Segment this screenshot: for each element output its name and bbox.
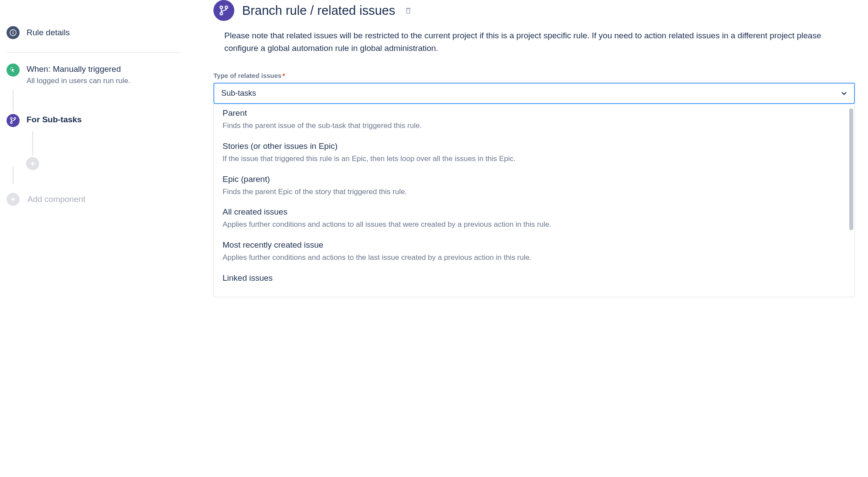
chevron-down-icon	[841, 91, 847, 96]
option-stories[interactable]: Stories (or other issues in Epic) If the…	[214, 136, 854, 169]
rule-details-title: Rule details	[27, 28, 70, 37]
main-panel: Branch rule / related issues Please note…	[187, 0, 868, 306]
option-all-created[interactable]: All created issues Applies further condi…	[214, 202, 854, 235]
info-icon	[7, 26, 20, 39]
svg-line-3	[11, 67, 12, 68]
add-component[interactable]: Add component	[7, 193, 181, 206]
rule-step-trigger[interactable]: When: Manually triggered All logged in u…	[7, 64, 181, 85]
svg-line-4	[10, 68, 11, 69]
main-header: Branch rule / related issues	[213, 0, 855, 21]
selected-value: Sub-tasks	[221, 89, 256, 98]
svg-line-5	[13, 67, 13, 68]
sidebar: Rule details When: Manually triggered Al…	[0, 0, 187, 306]
svg-point-1	[13, 31, 14, 32]
svg-point-14	[220, 6, 223, 9]
cursor-click-icon	[7, 64, 20, 77]
svg-point-8	[10, 122, 12, 124]
trigger-subtitle: All logged in users can run rule.	[27, 77, 181, 85]
required-indicator: *	[282, 72, 285, 79]
add-component-label: Add component	[27, 195, 85, 204]
connector-line	[32, 131, 33, 155]
field-label: Type of related issues*	[213, 72, 855, 79]
connector-line	[13, 90, 14, 111]
svg-point-7	[10, 118, 12, 119]
rule-step-branch[interactable]: For Sub-tasks	[7, 114, 181, 127]
option-epic-parent[interactable]: Epic (parent) Finds the parent Epic of t…	[214, 169, 854, 202]
branch-icon	[213, 0, 234, 21]
note-text: Please note that related issues will be …	[213, 30, 855, 54]
plus-icon	[26, 157, 39, 170]
scrollbar[interactable]	[849, 108, 853, 230]
svg-rect-2	[13, 32, 14, 34]
branch-icon	[7, 114, 20, 127]
option-parent[interactable]: Parent Finds the parent issue of the sub…	[214, 108, 854, 136]
svg-point-15	[220, 12, 223, 15]
page-title: Branch rule / related issues	[242, 3, 395, 18]
connector-line	[13, 167, 14, 184]
svg-line-6	[10, 70, 11, 70]
branch-title: For Sub-tasks	[27, 115, 181, 124]
option-most-recent[interactable]: Most recently created issue Applies furt…	[214, 235, 854, 268]
trigger-title: When: Manually triggered	[27, 64, 181, 74]
plus-icon	[7, 193, 20, 206]
svg-point-16	[225, 6, 228, 9]
field-group: Type of related issues* Sub-tasks Parent…	[213, 72, 855, 297]
type-select[interactable]: Sub-tasks	[213, 83, 855, 104]
rule-details-header[interactable]: Rule details	[7, 26, 181, 53]
add-sub-component[interactable]	[26, 157, 181, 170]
trash-icon[interactable]	[405, 7, 412, 14]
svg-point-9	[14, 118, 16, 119]
option-linked[interactable]: Linked issues	[214, 268, 854, 288]
dropdown-options: Parent Finds the parent issue of the sub…	[213, 104, 855, 297]
